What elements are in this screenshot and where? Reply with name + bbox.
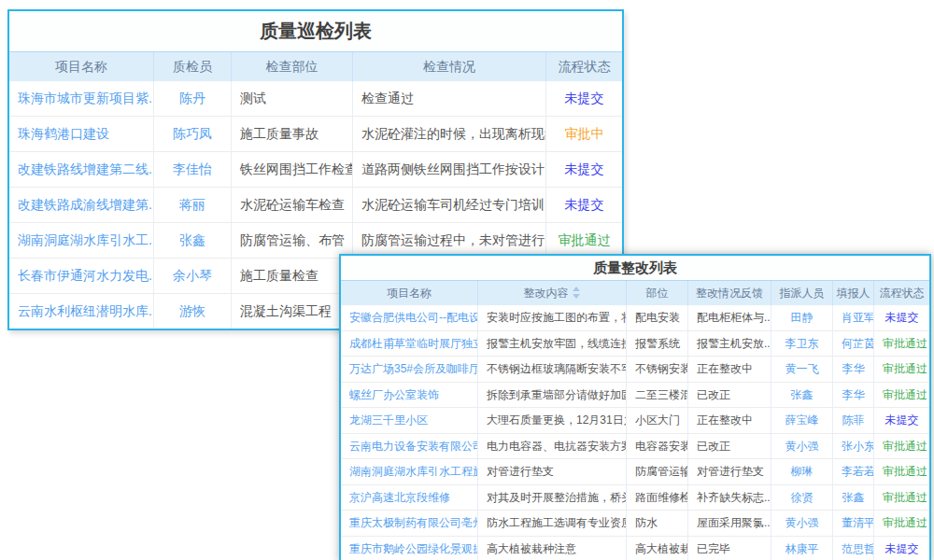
project-name-cell-link[interactable]: 安徽合肥供电公司--配电设备... [349,311,478,324]
column-header-label: 质检员 [173,59,212,74]
inspection-part-cell: 水泥砼运输车检查 [232,188,353,222]
rectify-content-cell: 报警主机安放牢固，线缆连接... [478,331,627,357]
inspection-part-cell: 施工质量事故 [232,117,353,151]
reporter-cell-link[interactable]: 李华 [842,362,865,375]
project-name-cell-link[interactable]: 改建铁路线增建第二线... [18,161,154,176]
assignee-cell-link[interactable]: 李卫东 [785,337,819,350]
reporter-cell: 陈菲 [833,408,874,433]
project-name-cell: 重庆市鹅岭公园绿化景观提升... [341,537,478,560]
assignee-cell: 黄小强 [771,434,833,459]
rectify-content-cell: 防水工程施工选调有专业资质... [478,511,627,536]
inspector-cell-link[interactable]: 游恢 [179,303,205,318]
rectification-table-title: 质量整改列表 [341,256,929,281]
project-name-cell-link[interactable]: 湖南洞庭湖水库引水工程施工标 [349,465,478,478]
column-header-label: 填报人 [837,287,870,300]
reporter-cell-link[interactable]: 李华 [842,388,865,401]
project-name-cell-link[interactable]: 珠海市城市更新项目紫... [18,91,154,105]
assignee-cell-link[interactable]: 柳琳 [791,465,814,478]
column-header-label: 流程状态 [559,59,611,74]
column-header-assignee: 指派人员 [771,281,833,305]
part-cell: 不锈钢安装... [627,357,688,382]
rectify-content-cell: 电力电容器、电抗器安装方案... [478,434,627,459]
assignee-cell-link[interactable]: 黄小强 [785,516,819,529]
reporter-cell-link[interactable]: 何芷茵 [842,337,874,350]
column-header-situation: 检查情况 [353,52,546,81]
assignee-cell-link[interactable]: 黄小强 [785,440,819,453]
inspection-part-cell: 铁丝网围挡工作检查 [232,152,353,187]
column-header-label: 项目名称 [55,59,107,74]
assignee-cell: 田静 [771,305,833,330]
inspector-cell: 余小琴 [154,259,232,293]
table-row: 万达广场35#会所及咖啡厅空...不锈钢边框玻璃隔断安装不牢...不锈钢安装..… [341,356,929,382]
status-cell: 审批通过 [546,223,622,258]
inspector-cell-link[interactable]: 陈丹 [179,91,205,105]
project-name-cell: 珠海市城市更新项目紫... [9,81,154,116]
reporter-cell-link[interactable]: 李若若 [842,465,874,478]
project-name-cell-link[interactable]: 万达广场35#会所及咖啡厅空... [349,362,478,375]
inspector-cell-link[interactable]: 陈巧凤 [173,126,212,141]
column-header-label: 检查情况 [423,59,475,74]
project-name-cell-link[interactable]: 改建铁路成渝线增建第... [18,197,154,212]
rectify-content-cell: 对管进行垫支 [478,459,627,484]
table-row: 改建铁路成渝线增建第...蒋丽水泥砼运输车检查水泥砼运输车司机经过专门培训...… [9,187,622,222]
status-cell: 审批通过 [874,357,929,382]
column-header-label: 整改内容 [524,287,569,300]
inspector-cell-link[interactable]: 蒋丽 [179,197,205,212]
assignee-cell-link[interactable]: 徐贤 [791,491,814,504]
reporter-cell-link[interactable]: 张鑫 [842,491,865,504]
rectification-table-header: 项目名称整改内容部位整改情况反馈指派人员填报人流程状态 [341,281,929,305]
column-header-label: 项目名称 [387,287,432,300]
reporter-cell-link[interactable]: 范思哲 [842,542,874,555]
inspector-cell-link[interactable]: 余小琴 [173,268,212,283]
reporter-cell: 范思哲 [833,537,874,560]
assignee-cell-link[interactable]: 张鑫 [791,388,814,401]
project-name-cell-link[interactable]: 成都杜甫草堂临时展厅独立展... [349,337,478,350]
column-header-status: 流程状态 [546,52,622,81]
inspector-cell: 李佳怡 [154,152,232,187]
table-row: 成都杜甫草堂临时展厅独立展...报警主机安放牢固，线缆连接...报警系统报警主机… [341,330,929,357]
inspector-cell-link[interactable]: 李佳怡 [173,161,212,176]
feedback-cell: 正在整改中 [688,408,771,433]
reporter-cell-link[interactable]: 张小东 [842,440,874,453]
assignee-cell-link[interactable]: 田静 [791,311,814,324]
inspection-situation-cell: 水泥砼运输车司机经过专门培训... [353,188,546,222]
status-cell: 未提交 [874,537,929,560]
project-name-cell-link[interactable]: 云南水利枢纽潜明水库... [18,303,154,318]
project-name-cell: 珠海鹤港口建设 [9,117,154,151]
sort-icon[interactable] [573,287,581,299]
feedback-cell: 对管进行垫支 [688,459,771,484]
reporter-cell: 张鑫 [833,485,874,511]
project-name-cell-link[interactable]: 重庆市鹅岭公园绿化景观提升... [349,542,478,555]
reporter-cell: 李华 [833,383,874,408]
project-name-cell-link[interactable]: 重庆太极制药有限公司亳州中... [349,516,478,529]
inspector-cell: 蒋丽 [154,188,232,222]
assignee-cell-link[interactable]: 林康平 [785,542,819,555]
project-name-cell-link[interactable]: 云南电力设备安装有限公司20... [349,440,478,453]
status-cell: 未提交 [546,81,622,116]
assignee-cell: 黄小强 [771,511,833,536]
project-name-cell-link[interactable]: 湖南洞庭湖水库引水工... [18,232,154,247]
column-header-label: 流程状态 [880,287,925,300]
table-row: 重庆市鹅岭公园绿化景观提升...高大植被栽种注意高大植被栽种已完毕林康平范思哲未… [341,536,929,560]
project-name-cell-link[interactable]: 长春市伊通河水力发电... [18,268,154,283]
inspection-situation-cell: 道路两侧铁丝网围挡工作按设计... [353,152,546,187]
column-header-project: 项目名称 [341,281,478,305]
project-name-cell-link[interactable]: 螺丝厂办公室装饰 [349,388,439,401]
reporter-cell-link[interactable]: 陈菲 [842,413,865,427]
project-name-cell-link[interactable]: 珠海鹤港口建设 [18,126,109,141]
reporter-cell-link[interactable]: 董清平 [842,516,874,529]
inspector-cell-link[interactable]: 张鑫 [179,232,205,247]
assignee-cell: 黄一飞 [771,357,833,382]
reporter-cell-link[interactable]: 肖亚军 [842,311,874,324]
project-name-cell-link[interactable]: 京沪高速北京段维修 [349,491,450,504]
project-name-cell-link[interactable]: 龙湖三千里小区 [349,413,428,427]
status-cell: 未提交 [874,408,929,433]
column-header-inspector: 质检员 [154,52,232,81]
assignee-cell-link[interactable]: 薛宝峰 [785,413,819,427]
table-row: 改建铁路线增建第二线...李佳怡铁丝网围挡工作检查道路两侧铁丝网围挡工作按设计.… [9,151,622,187]
assignee-cell: 李卫东 [771,331,833,357]
inspection-situation-cell: 水泥砼灌注的时候，出现离析现象 [353,117,546,151]
column-header-feedback: 整改情况反馈 [688,281,771,305]
status-cell: 审批中 [546,117,622,151]
assignee-cell-link[interactable]: 黄一飞 [785,362,819,375]
